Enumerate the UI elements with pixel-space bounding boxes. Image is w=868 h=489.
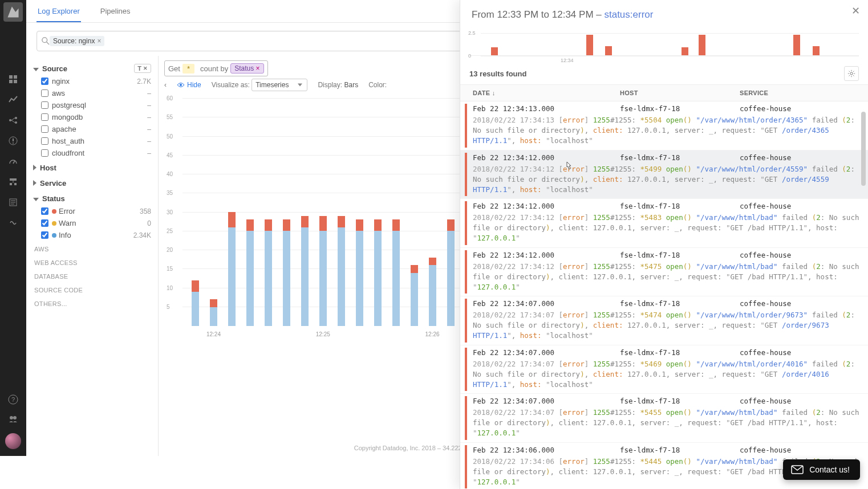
chart-icon[interactable] (7, 93, 19, 106)
visualize-as-label: Visualize as: (212, 81, 250, 89)
display-label: Display: (318, 81, 342, 89)
contact-button[interactable]: Contact us! (783, 459, 860, 480)
svg-rect-0 (9, 75, 13, 79)
facet-checkbox[interactable] (41, 89, 48, 97)
svg-point-24 (13, 416, 17, 419)
gauge-icon[interactable] (7, 155, 19, 168)
facet-group[interactable]: OTHERS... (33, 296, 151, 309)
infra-icon[interactable] (7, 176, 19, 188)
facet-status-item[interactable]: Info2.34K (33, 229, 151, 241)
settings-button[interactable] (844, 66, 859, 81)
svg-point-11 (13, 142, 14, 144)
close-panel-button[interactable]: ✕ (851, 5, 860, 17)
th-date[interactable]: DATE ↓ (473, 89, 620, 96)
facet-checkbox[interactable] (41, 207, 48, 215)
query-get-label: Get (168, 64, 180, 73)
facet-checkbox[interactable] (41, 137, 48, 145)
log-row[interactable]: Feb 22 12:34:07.000fse-ldmx-f7-18coffee-… (460, 345, 868, 394)
facet-source-header[interactable]: Source T✕ (33, 59, 151, 75)
facet-status-item[interactable]: Warn0 (33, 217, 151, 229)
svg-text:?: ? (11, 396, 15, 403)
facet-checkbox[interactable] (41, 78, 48, 85)
facet-status-header[interactable]: Status (33, 190, 151, 205)
svg-rect-14 (10, 183, 12, 185)
th-host[interactable]: HOST (620, 89, 740, 96)
facet-source-item[interactable]: host_auth– (33, 135, 151, 147)
svg-point-6 (15, 121, 17, 124)
log-row[interactable]: Feb 22 12:34:07.000fse-ldmx-f7-18coffee-… (460, 394, 868, 443)
search-pill-source[interactable]: Source: nginx× (50, 36, 104, 46)
results-count: 13 results found (469, 70, 526, 78)
facet-group[interactable]: SOURCE CODE (33, 282, 151, 296)
tab-pipelines[interactable]: Pipelines (99, 0, 132, 22)
svg-point-28 (850, 72, 853, 75)
facet-sidebar: Source T✕ nginx2.7Kaws–postgresql–mongod… (26, 56, 159, 456)
log-row[interactable]: Feb 22 12:34:12.000fse-ldmx-f7-18coffee-… (460, 248, 868, 297)
scrollbar[interactable] (861, 112, 866, 449)
facet-source-item[interactable]: mongodb– (33, 111, 151, 123)
logo[interactable] (3, 2, 23, 22)
svg-point-23 (10, 416, 13, 419)
table-header: DATE ↓ HOST SERVICE (460, 84, 868, 101)
log-row[interactable]: Feb 22 12:34:12.000fse-ldmx-f7-18coffee-… (460, 199, 868, 248)
svg-line-8 (11, 120, 15, 123)
svg-rect-3 (14, 80, 17, 83)
facet-source-item[interactable]: nginx2.7K (33, 75, 151, 87)
facet-group[interactable]: AWS (33, 241, 151, 255)
nav-rail: ? (0, 0, 26, 456)
svg-line-12 (13, 161, 15, 164)
facet-source-item[interactable]: postgresql– (33, 99, 151, 111)
svg-point-5 (15, 117, 17, 119)
query-star: * (182, 64, 194, 74)
search-icon (42, 37, 50, 45)
facet-status-item[interactable]: Error358 (33, 205, 151, 217)
query-status-pill[interactable]: Status × (230, 63, 263, 74)
facet-checkbox[interactable] (41, 231, 48, 239)
facet-host-header[interactable]: Host (33, 159, 151, 174)
svg-line-26 (47, 42, 49, 44)
nav-prev[interactable]: ‹ (164, 81, 167, 89)
detail-panel: ✕ From 12:33 PM to 12:34 PM – status:err… (460, 0, 868, 489)
apm-icon[interactable] (7, 217, 19, 229)
tab-log-explorer[interactable]: Log Explorer (36, 0, 81, 22)
panel-title-link[interactable]: status:error (604, 9, 653, 20)
facet-group[interactable]: DATABASE (33, 268, 151, 282)
log-row[interactable]: Feb 22 12:34:07.000fse-ldmx-f7-18coffee-… (460, 296, 868, 345)
mini-chart[interactable]: 02.512:34 (469, 28, 859, 56)
facet-source-item[interactable]: aws– (33, 87, 151, 99)
network-icon[interactable] (7, 114, 19, 127)
facet-edit-button[interactable]: T✕ (134, 64, 151, 73)
svg-rect-13 (10, 178, 17, 181)
facet-checkbox[interactable] (41, 219, 48, 227)
display-bars[interactable]: Bars (344, 81, 358, 89)
facet-checkbox[interactable] (41, 125, 48, 133)
svg-point-25 (42, 38, 47, 43)
svg-line-7 (11, 118, 15, 120)
remove-pill-icon[interactable]: × (97, 37, 101, 45)
help-icon[interactable]: ? (7, 393, 19, 406)
visualize-select[interactable]: Timeseries (252, 79, 307, 91)
log-list: Feb 22 12:34:13.000fse-ldmx-f7-18coffee-… (460, 101, 868, 489)
log-row[interactable]: Feb 22 12:34:13.000fse-ldmx-f7-18coffee-… (460, 101, 868, 150)
svg-point-4 (9, 119, 11, 121)
facet-group[interactable]: WEB ACCESS (33, 255, 151, 268)
facet-checkbox[interactable] (41, 149, 48, 157)
panel-title: From 12:33 PM to 12:34 PM – status:error (460, 0, 868, 23)
alert-icon[interactable] (7, 135, 19, 147)
dashboard-icon[interactable] (7, 73, 19, 85)
team-icon[interactable] (7, 413, 19, 425)
th-service[interactable]: SERVICE (740, 89, 860, 96)
facet-source-item[interactable]: apache– (33, 123, 151, 135)
svg-point-27 (180, 84, 182, 86)
hide-link[interactable]: Hide (177, 81, 201, 89)
facet-service-header[interactable]: Service (33, 174, 151, 190)
facet-checkbox[interactable] (41, 101, 48, 109)
facet-checkbox[interactable] (41, 113, 48, 121)
facet-source-item[interactable]: cloudfront– (33, 147, 151, 159)
query-box[interactable]: Get * count by Status × (164, 60, 268, 76)
query-countby-label: count by (200, 64, 228, 73)
user-avatar[interactable] (5, 433, 21, 449)
log-row[interactable]: Feb 22 12:34:12.000fse-ldmx-f7-18coffee-… (460, 150, 868, 199)
color-label: Color: (368, 81, 387, 89)
logs-icon[interactable] (7, 196, 19, 209)
